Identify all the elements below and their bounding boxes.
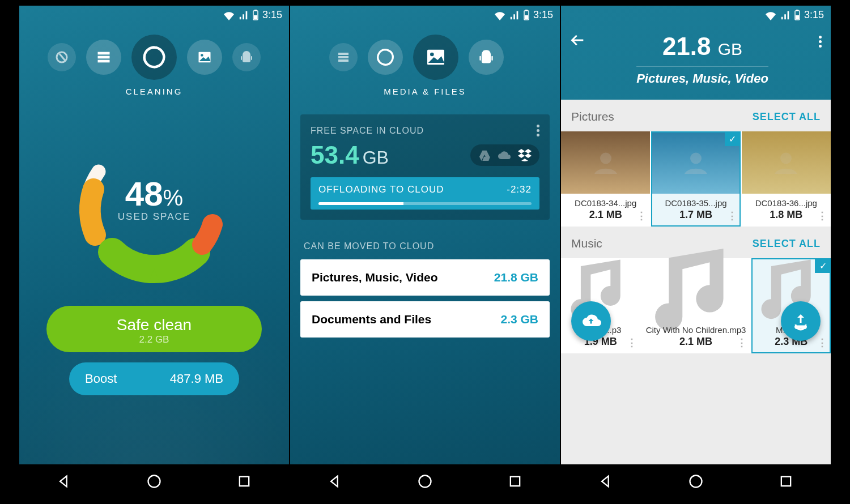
nav-media-icon[interactable] xyxy=(187,40,222,75)
svg-rect-2 xyxy=(254,10,257,11)
svg-point-8 xyxy=(201,54,203,57)
boost-button[interactable]: Boost 487.9 MB xyxy=(69,362,239,395)
nav-android-icon[interactable] xyxy=(469,40,504,75)
statusbar: 3:15 xyxy=(290,6,560,24)
picture-tile[interactable]: DC0183-34...jpg 2.1 MB⋮ xyxy=(561,131,650,227)
screen-media-files: 3:15 MEDIA & FILES FREE SPACE IN CLOUD 5… xyxy=(290,6,560,498)
more-icon[interactable]: ⋮ xyxy=(727,210,737,222)
onedrive-icon xyxy=(498,150,511,160)
category-label: CLEANING xyxy=(19,87,289,108)
wifi-icon xyxy=(764,10,777,20)
gdrive-icon xyxy=(478,150,491,161)
statusbar: 3:15 xyxy=(561,6,831,24)
nav-storage-icon[interactable] xyxy=(329,43,358,71)
svg-point-18 xyxy=(430,53,434,57)
nav-avast-icon[interactable] xyxy=(48,43,76,71)
category-label: MEDIA & FILES xyxy=(290,87,560,108)
svg-rect-28 xyxy=(781,477,790,486)
cloud-free-card: FREE SPACE IN CLOUD 53.4GB OFFLOADING TO… xyxy=(300,114,550,220)
upload-to-cloud-fab[interactable] xyxy=(571,301,611,341)
cloud-provider-icons[interactable] xyxy=(470,144,539,166)
svg-rect-15 xyxy=(338,56,348,58)
wifi-icon xyxy=(494,10,506,20)
home-icon[interactable] xyxy=(417,473,433,489)
overflow-menu-icon[interactable] xyxy=(819,36,822,48)
clock: 3:15 xyxy=(533,9,553,21)
back-icon[interactable] xyxy=(598,473,614,489)
music-tiles: ...y To ...p3 1.9 MB⋮ City With No Child… xyxy=(561,258,831,353)
back-icon[interactable] xyxy=(327,473,343,489)
music-tile[interactable]: City With No Children.mp3 2.1 MB⋮ xyxy=(641,258,751,353)
svg-rect-12 xyxy=(525,15,528,19)
category-nav xyxy=(290,24,560,87)
svg-point-26 xyxy=(780,153,792,164)
clock: 3:15 xyxy=(262,9,282,21)
nav-storage-icon[interactable] xyxy=(86,40,121,75)
svg-rect-22 xyxy=(796,15,799,19)
offload-remaining: -2:32 xyxy=(507,184,532,195)
nav-cleaning-icon[interactable] xyxy=(368,40,403,75)
recents-icon[interactable] xyxy=(236,473,252,489)
page-title: 21.8 GB Pictures, Music, Video xyxy=(586,32,819,86)
more-icon[interactable]: ⋮ xyxy=(737,336,747,349)
svg-point-9 xyxy=(148,476,160,488)
svg-rect-5 xyxy=(98,56,110,59)
android-navbar xyxy=(19,464,289,498)
svg-rect-4 xyxy=(98,52,110,55)
nav-media-icon[interactable] xyxy=(413,35,458,80)
check-icon: ✓ xyxy=(815,258,831,273)
safe-clean-button[interactable]: Safe clean 2.2 GB xyxy=(46,306,262,352)
svg-rect-16 xyxy=(338,59,348,62)
svg-point-19 xyxy=(419,476,431,488)
nav-cleaning-icon[interactable] xyxy=(131,35,177,80)
signal-icon xyxy=(239,10,249,20)
battery-icon xyxy=(794,10,801,21)
back-arrow-icon[interactable] xyxy=(570,32,586,48)
more-icon[interactable]: ⋮ xyxy=(636,210,647,222)
svg-rect-6 xyxy=(98,60,110,63)
select-all-music[interactable]: SELECT ALL xyxy=(753,238,821,250)
svg-point-25 xyxy=(690,153,702,164)
android-navbar xyxy=(290,464,560,498)
delete-fab[interactable] xyxy=(781,301,821,341)
svg-rect-23 xyxy=(796,10,798,11)
screen-file-list: 3:15 21.8 GB Pictures, Music, Video Pict… xyxy=(561,6,831,498)
battery-icon xyxy=(523,10,530,21)
picture-tiles: DC0183-34...jpg 2.1 MB⋮ ✓ DC0183-35...jp… xyxy=(561,131,831,227)
svg-point-27 xyxy=(690,476,702,488)
more-icon[interactable]: ⋮ xyxy=(627,336,637,349)
picture-tile[interactable]: ✓ DC0183-35...jpg 1.7 MB⋮ xyxy=(651,131,740,227)
pictures-section-label: Pictures xyxy=(571,110,614,123)
home-icon[interactable] xyxy=(688,473,704,489)
more-icon[interactable]: ⋮ xyxy=(817,336,827,349)
battery-icon xyxy=(252,10,259,21)
check-icon: ✓ xyxy=(725,131,741,146)
signal-icon xyxy=(780,10,790,20)
move-row-media[interactable]: Pictures, Music, Video21.8 GB xyxy=(300,259,550,296)
more-icon[interactable]: ⋮ xyxy=(817,210,827,222)
offload-progress: OFFLOADING TO CLOUD -2:32 xyxy=(311,177,539,210)
category-nav xyxy=(19,24,289,87)
signal-icon xyxy=(509,10,520,20)
move-to-cloud-label: CAN BE MOVED TO CLOUD xyxy=(290,227,560,259)
svg-rect-14 xyxy=(338,53,348,55)
svg-rect-20 xyxy=(510,477,519,486)
cloud-free-value: 53.4GB xyxy=(311,141,389,169)
card-more-icon[interactable] xyxy=(537,125,539,136)
back-icon[interactable] xyxy=(56,473,72,489)
svg-point-24 xyxy=(600,153,611,164)
home-icon[interactable] xyxy=(146,473,162,489)
nav-android-icon[interactable] xyxy=(232,43,261,71)
used-space-gauge: 48% USED SPACE xyxy=(63,125,245,272)
recents-icon[interactable] xyxy=(507,473,523,489)
select-all-pictures[interactable]: SELECT ALL xyxy=(753,111,821,123)
screen-cleaning: 3:15 CLEANING 48% USED SPACE Safe clea xyxy=(19,6,289,498)
move-row-docs[interactable]: Documents and Files2.3 GB xyxy=(300,301,550,338)
wifi-icon xyxy=(223,10,235,20)
recents-icon[interactable] xyxy=(778,473,794,489)
picture-tile[interactable]: DC0183-36...jpg 1.8 MB⋮ xyxy=(742,131,831,227)
svg-rect-10 xyxy=(239,477,248,486)
statusbar: 3:15 xyxy=(19,6,289,24)
clock: 3:15 xyxy=(804,9,824,21)
music-section-label: Music xyxy=(571,237,602,250)
